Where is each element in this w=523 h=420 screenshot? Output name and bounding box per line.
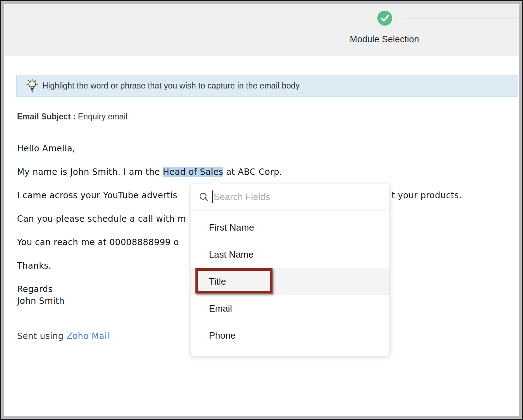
text-selection-highlight[interactable]: Head of Sales <box>163 167 223 177</box>
module-selection-page: Module Selection <box>4 4 519 416</box>
body-line-intro[interactable]: My name is John Smith. I am the Head of … <box>17 166 282 178</box>
search-field-row[interactable] <box>191 184 389 210</box>
window-frame: Module Selection <box>0 0 523 420</box>
body-line-youtube[interactable]: I came across your YouTube advertis <box>17 190 177 201</box>
body-line-footer: Sent using Zoho Mail <box>17 330 109 342</box>
dropdown-list: First Name Last Name Title Email Phone <box>191 210 389 349</box>
search-icon <box>199 192 209 202</box>
zoho-mail-link[interactable]: Zoho Mail <box>66 331 109 341</box>
intro-text-before[interactable]: My name is John Smith. I am the <box>17 167 163 177</box>
list-item-phone[interactable]: Phone <box>191 322 389 349</box>
window-frame-inner: Module Selection <box>1 1 522 419</box>
body-line-thanks[interactable]: Thanks. <box>17 260 52 271</box>
body-line-youtube-continued[interactable]: t your products. <box>392 190 462 201</box>
list-item-email[interactable]: Email <box>191 295 389 322</box>
field-dropdown: First Name Last Name Title Email Phone <box>191 184 390 356</box>
intro-text-after[interactable]: at ABC Corp. <box>223 167 282 177</box>
body-line-schedule[interactable]: Can you please schedule a call with m <box>17 213 186 225</box>
text-cursor <box>212 190 213 203</box>
body-line-greeting[interactable]: Hello Amelia, <box>17 143 75 154</box>
search-input[interactable] <box>214 192 370 203</box>
footer-prefix: Sent using <box>17 331 66 341</box>
body-line-regards[interactable]: Regards <box>17 284 53 295</box>
list-item-first-name[interactable]: First Name <box>191 214 389 241</box>
body-line-phone[interactable]: You can reach me at 00008888999 o <box>17 237 179 248</box>
list-item-title[interactable]: Title <box>191 268 389 295</box>
body-line-signature[interactable]: John Smith <box>17 295 65 307</box>
list-item-last-name[interactable]: Last Name <box>191 241 389 268</box>
